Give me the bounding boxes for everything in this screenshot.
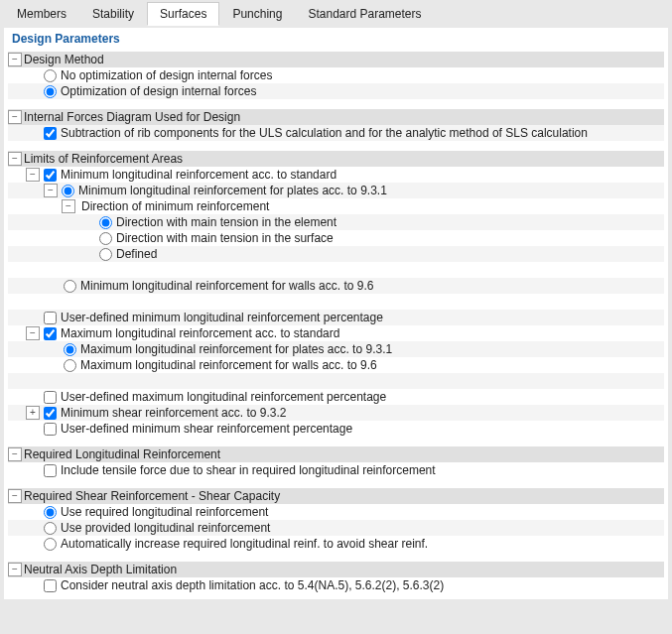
checkbox-user-min-shear[interactable] bbox=[44, 423, 57, 436]
label-subtract-rib: Subtraction of rib components for the UL… bbox=[61, 126, 588, 140]
label-max-long-std: Maximum longitudinal reinforcement acc. … bbox=[61, 326, 339, 340]
checkbox-consider-neutral[interactable] bbox=[44, 579, 57, 592]
label-use-prov: Use provided longitudinal reinforcement bbox=[61, 521, 270, 535]
checkbox-min-shear[interactable] bbox=[44, 407, 57, 420]
radio-min-walls[interactable] bbox=[64, 280, 76, 293]
label-max-plates: Maximum longitudinal reinforcement for p… bbox=[80, 342, 392, 356]
label-no-opt: No optimization of design internal force… bbox=[61, 68, 272, 82]
label-user-min-long: User-defined minimum longitudinal reinfo… bbox=[61, 311, 383, 324]
label-consider-neutral: Consider neutral axis depth limitation a… bbox=[61, 578, 444, 592]
radio-auto[interactable] bbox=[44, 538, 57, 551]
label-min-walls: Minimum longitudinal reinforcement for w… bbox=[80, 279, 373, 293]
radio-dir-elem[interactable] bbox=[99, 216, 112, 229]
tab-surfaces[interactable]: Surfaces bbox=[147, 2, 219, 26]
tree: − Design Method No optimization of desig… bbox=[4, 50, 668, 599]
panel-title: Design Parameters bbox=[4, 28, 668, 50]
row-use-prov[interactable]: Use provided longitudinal reinforcement bbox=[8, 520, 664, 536]
header-label: Limits of Reinforcement Areas bbox=[24, 152, 183, 166]
row-dir-def[interactable]: Defined bbox=[8, 246, 664, 262]
radio-dir-def[interactable] bbox=[99, 248, 112, 261]
header-label: Required Shear Reinforcement - Shear Cap… bbox=[24, 489, 280, 503]
collapse-icon[interactable]: − bbox=[8, 152, 22, 166]
row-consider-neutral[interactable]: Consider neutral axis depth limitation a… bbox=[8, 577, 664, 593]
row-max-long-std[interactable]: − Maximum longitudinal reinforcement acc… bbox=[8, 325, 664, 341]
blank-row bbox=[8, 373, 664, 389]
header-label: Design Method bbox=[24, 53, 104, 66]
tab-punching[interactable]: Punching bbox=[219, 2, 295, 26]
tab-stability[interactable]: Stability bbox=[79, 2, 147, 26]
radio-no-opt[interactable] bbox=[44, 69, 57, 82]
row-dir-elem[interactable]: Direction with main tension in the eleme… bbox=[8, 214, 664, 230]
collapse-icon[interactable]: − bbox=[26, 326, 40, 340]
expand-icon[interactable]: + bbox=[26, 406, 40, 420]
row-min-walls[interactable]: Minimum longitudinal reinforcement for w… bbox=[8, 278, 664, 294]
group-design-method: − Design Method bbox=[8, 52, 664, 67]
label-min-plates: Minimum longitudinal reinforcement for p… bbox=[78, 184, 387, 197]
checkbox-user-min-long[interactable] bbox=[44, 312, 57, 324]
label-opt: Optimization of design internal forces bbox=[61, 84, 256, 98]
label-dir-def: Defined bbox=[116, 247, 157, 261]
row-use-req[interactable]: Use required longitudinal reinforcement bbox=[8, 504, 664, 520]
group-ifd: − Internal Forces Diagram Used for Desig… bbox=[8, 109, 664, 125]
checkbox-min-long-std[interactable] bbox=[44, 169, 57, 182]
group-limits: − Limits of Reinforcement Areas bbox=[8, 151, 664, 167]
group-req-long: − Required Longitudinal Reinforcement bbox=[8, 446, 664, 462]
row-tensile[interactable]: Include tensile force due to shear in re… bbox=[8, 462, 664, 478]
label-max-walls: Maximum longitudinal reinforcement for w… bbox=[80, 358, 377, 372]
group-req-shear: − Required Shear Reinforcement - Shear C… bbox=[8, 488, 664, 504]
row-max-walls[interactable]: Maximum longitudinal reinforcement for w… bbox=[8, 357, 664, 373]
collapse-icon[interactable]: − bbox=[8, 489, 22, 503]
collapse-icon[interactable]: − bbox=[8, 110, 22, 124]
row-opt[interactable]: Optimization of design internal forces bbox=[8, 83, 664, 99]
row-user-min-long[interactable]: User-defined minimum longitudinal reinfo… bbox=[8, 310, 664, 325]
label-min-shear: Minimum shear reinforcement acc. to 9.3.… bbox=[61, 406, 286, 420]
blank-row bbox=[8, 294, 664, 310]
checkbox-user-max-long[interactable] bbox=[44, 391, 57, 404]
row-subtract-rib[interactable]: Subtraction of rib components for the UL… bbox=[8, 125, 664, 141]
collapse-icon[interactable]: − bbox=[62, 199, 75, 213]
row-user-min-shear[interactable]: User-defined minimum shear reinforcement… bbox=[8, 421, 664, 437]
blank-row bbox=[8, 262, 664, 278]
label-use-req: Use required longitudinal reinforcement bbox=[61, 505, 268, 519]
row-dir-surf[interactable]: Direction with main tension in the surfa… bbox=[8, 230, 664, 246]
tab-members[interactable]: Members bbox=[4, 2, 79, 26]
label-dir-header: Direction of minimum reinforcement bbox=[81, 199, 269, 213]
radio-opt[interactable] bbox=[44, 85, 57, 98]
label-user-max-long: User-defined maximum longitudinal reinfo… bbox=[61, 390, 386, 404]
radio-max-plates[interactable] bbox=[64, 343, 76, 356]
header-label: Neutral Axis Depth Limitation bbox=[24, 563, 177, 576]
collapse-icon[interactable]: − bbox=[8, 53, 22, 66]
radio-use-req[interactable] bbox=[44, 506, 57, 519]
row-min-long-std[interactable]: − Minimum longitudinal reinforcement acc… bbox=[8, 167, 664, 183]
row-dir-header: − Direction of minimum reinforcement bbox=[8, 198, 664, 214]
tab-bar: Members Stability Surfaces Punching Stan… bbox=[0, 0, 672, 26]
header-label: Required Longitudinal Reinforcement bbox=[24, 447, 220, 461]
label-auto: Automatically increase required longitud… bbox=[61, 537, 428, 551]
row-no-opt[interactable]: No optimization of design internal force… bbox=[8, 67, 664, 83]
collapse-icon[interactable]: − bbox=[8, 563, 22, 576]
design-parameters-panel: Design Parameters − Design Method No opt… bbox=[4, 28, 668, 599]
header-label: Internal Forces Diagram Used for Design bbox=[24, 110, 240, 124]
row-min-plates[interactable]: − Minimum longitudinal reinforcement for… bbox=[8, 183, 664, 198]
collapse-icon[interactable]: − bbox=[8, 447, 22, 461]
label-dir-elem: Direction with main tension in the eleme… bbox=[116, 215, 336, 229]
collapse-icon[interactable]: − bbox=[26, 168, 40, 182]
label-tensile: Include tensile force due to shear in re… bbox=[61, 463, 436, 477]
radio-max-walls[interactable] bbox=[64, 359, 76, 372]
checkbox-max-long-std[interactable] bbox=[44, 327, 57, 340]
row-auto[interactable]: Automatically increase required longitud… bbox=[8, 536, 664, 552]
row-max-plates[interactable]: Maximum longitudinal reinforcement for p… bbox=[8, 341, 664, 357]
tab-standard-parameters[interactable]: Standard Parameters bbox=[295, 2, 434, 26]
label-dir-surf: Direction with main tension in the surfa… bbox=[116, 231, 334, 245]
radio-min-plates[interactable] bbox=[62, 185, 74, 197]
radio-use-prov[interactable] bbox=[44, 522, 57, 535]
row-min-shear[interactable]: + Minimum shear reinforcement acc. to 9.… bbox=[8, 405, 664, 421]
label-user-min-shear: User-defined minimum shear reinforcement… bbox=[61, 422, 352, 436]
label-min-long-std: Minimum longitudinal reinforcement acc. … bbox=[61, 168, 336, 182]
checkbox-tensile[interactable] bbox=[44, 464, 57, 477]
collapse-icon[interactable]: − bbox=[44, 184, 58, 197]
group-neutral: − Neutral Axis Depth Limitation bbox=[8, 562, 664, 577]
radio-dir-surf[interactable] bbox=[99, 232, 112, 245]
checkbox-subtract-rib[interactable] bbox=[44, 127, 57, 140]
row-user-max-long[interactable]: User-defined maximum longitudinal reinfo… bbox=[8, 389, 664, 405]
